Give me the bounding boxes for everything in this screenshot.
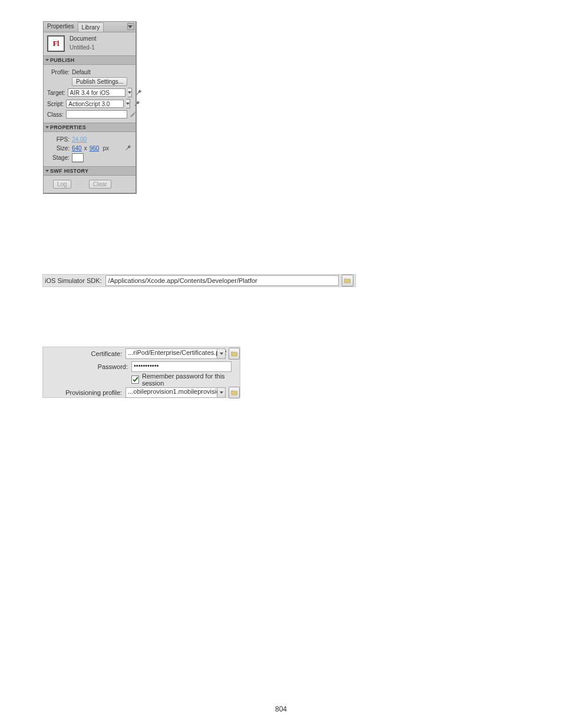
disclosure-icon <box>45 170 49 172</box>
log-button[interactable]: Log <box>53 180 71 189</box>
section-publish[interactable]: PUBLISH <box>44 55 135 65</box>
size-unit: px <box>103 145 109 151</box>
ios-simulator-sdk-label: iOS Simulator SDK: <box>45 277 102 284</box>
stage-label: Stage: <box>47 154 70 161</box>
size-height[interactable]: 960 <box>90 145 100 151</box>
deployment-block: Certificate: ...riPod/Enterprise/Certifi… <box>42 347 240 398</box>
panel-menu-icons <box>127 23 134 30</box>
disclosure-icon <box>45 59 49 61</box>
provisioning-row: Provisioning profile: ...obileprovision1… <box>43 386 240 399</box>
publish-settings-button[interactable]: Publish Settings... <box>72 77 127 86</box>
properties-panel: Properties Library Fl Document Untitled-… <box>43 21 137 194</box>
certificate-select[interactable]: ...riPod/Enterprise/Certificates.p12 <box>125 348 217 359</box>
profile-value: Default <box>72 69 91 75</box>
remember-row: Remember password for this session <box>43 373 240 386</box>
size-width[interactable]: 640 <box>72 145 82 151</box>
browse-folder-icon[interactable] <box>342 275 353 286</box>
password-label: Password: <box>43 363 131 370</box>
script-label: Script: <box>47 101 64 107</box>
panel-options-icon[interactable] <box>127 23 134 30</box>
section-properties-label: PROPERTIES <box>50 124 86 130</box>
provisioning-label: Provisioning profile: <box>43 389 125 396</box>
disclosure-icon <box>45 126 49 129</box>
pencil-icon[interactable] <box>130 111 137 118</box>
swf-history-body: Log Clear <box>44 176 135 193</box>
certificate-dropdown-icon[interactable] <box>217 348 226 359</box>
remember-password-checkbox[interactable] <box>131 375 139 384</box>
password-input[interactable]: ••••••••••• <box>131 361 232 372</box>
document-type-label: Document <box>70 35 97 42</box>
tab-library[interactable]: Library <box>78 22 104 32</box>
wrench-icon[interactable] <box>125 144 132 151</box>
section-properties[interactable]: PROPERTIES <box>44 123 135 132</box>
browse-folder-icon[interactable] <box>229 387 240 398</box>
browse-folder-icon[interactable] <box>229 348 240 360</box>
size-x: x <box>84 145 87 151</box>
fps-value[interactable]: 24.00 <box>72 136 87 143</box>
provisioning-dropdown-icon[interactable] <box>217 387 226 398</box>
section-swf-history[interactable]: SWF HISTORY <box>44 166 135 176</box>
certificate-label: Certificate: <box>43 350 125 357</box>
target-select[interactable] <box>68 88 125 97</box>
tab-properties[interactable]: Properties <box>44 22 78 32</box>
class-input[interactable] <box>66 110 127 118</box>
page-number: 804 <box>0 705 562 713</box>
publish-body: Profile: Default Publish Settings... Tar… <box>44 65 135 123</box>
target-dropdown-icon[interactable] <box>128 88 132 97</box>
stage-color-swatch[interactable] <box>72 153 84 162</box>
fps-label: FPS: <box>47 136 70 143</box>
password-row: Password: ••••••••••• <box>43 360 240 373</box>
certificate-row: Certificate: ...riPod/Enterprise/Certifi… <box>43 347 240 360</box>
section-publish-label: PUBLISH <box>50 57 75 63</box>
wrench-icon[interactable] <box>135 89 143 96</box>
properties-body: FPS: 24.00 Size: 640 x 960 px Stage: <box>44 132 135 166</box>
profile-label: Profile: <box>47 69 70 75</box>
remember-password-label: Remember password for this session <box>142 373 240 387</box>
section-swf-history-label: SWF HISTORY <box>50 168 88 174</box>
wrench-icon[interactable] <box>134 100 141 107</box>
script-dropdown-icon[interactable] <box>126 99 130 108</box>
ios-simulator-sdk-input[interactable]: /Applications/Xcode.app/Contents/Develop… <box>105 275 339 286</box>
clear-button[interactable]: Clear <box>89 180 111 189</box>
flash-document-icon: Fl <box>47 35 65 52</box>
ios-simulator-sdk-row: iOS Simulator SDK: /Applications/Xcode.a… <box>42 274 356 287</box>
document-name: Untitled-1 <box>70 44 97 51</box>
panel-tabs: Properties Library <box>44 22 135 32</box>
size-label: Size: <box>47 145 70 151</box>
document-header: Fl Document Untitled-1 <box>44 32 135 55</box>
provisioning-select[interactable]: ...obileprovision1.mobileprovision <box>125 387 217 398</box>
target-label: Target: <box>47 90 65 96</box>
script-select[interactable] <box>66 100 124 108</box>
class-label: Class: <box>47 111 64 118</box>
